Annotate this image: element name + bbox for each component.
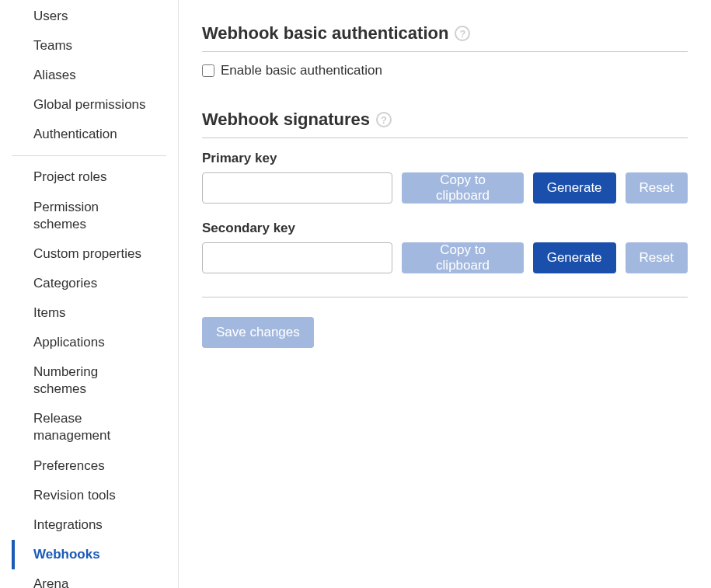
sidebar-item-revision-tools[interactable]: Revision tools — [12, 481, 166, 510]
secondary-key-label: Secondary key — [202, 221, 688, 236]
sidebar-item-applications[interactable]: Applications — [12, 328, 166, 357]
sidebar-item-webhooks[interactable]: Webhooks — [12, 540, 166, 569]
save-row: Save changes — [202, 317, 688, 348]
enable-basic-auth-label[interactable]: Enable basic authentication — [221, 63, 382, 78]
secondary-key-input[interactable] — [202, 242, 392, 273]
primary-key-block: Primary key Copy to clipboard Generate R… — [202, 151, 688, 204]
basic-auth-title: Webhook basic authentication — [202, 23, 448, 43]
sidebar-item-global-permissions[interactable]: Global permissions — [12, 90, 166, 120]
secondary-key-row: Copy to clipboard Generate Reset — [202, 242, 688, 273]
sidebar-item-categories[interactable]: Categories — [12, 269, 166, 298]
sidebar[interactable]: Users Teams Aliases Global permissions A… — [0, 0, 179, 588]
secondary-key-block: Secondary key Copy to clipboard Generate… — [202, 221, 688, 273]
sidebar-item-arena[interactable]: Arena — [12, 569, 166, 588]
sidebar-item-authentication[interactable]: Authentication — [12, 120, 166, 149]
primary-reset-button[interactable]: Reset — [626, 172, 688, 204]
help-icon[interactable]: ? — [376, 112, 392, 127]
signatures-title: Webhook signatures — [202, 110, 370, 130]
sidebar-item-users[interactable]: Users — [12, 2, 166, 31]
sidebar-item-permission-schemes[interactable]: Permission schemes — [12, 193, 166, 239]
enable-basic-auth-checkbox[interactable] — [202, 64, 214, 77]
sidebar-item-items[interactable]: Items — [12, 298, 166, 328]
enable-basic-auth-row: Enable basic authentication — [202, 52, 688, 92]
nav-group-1: Users Teams Aliases Global permissions A… — [12, 2, 166, 156]
primary-key-row: Copy to clipboard Generate Reset — [202, 172, 688, 204]
primary-copy-button[interactable]: Copy to clipboard — [402, 172, 523, 204]
sidebar-item-numbering-schemes[interactable]: Numbering schemes — [12, 357, 166, 404]
secondary-generate-button[interactable]: Generate — [533, 242, 616, 273]
primary-generate-button[interactable]: Generate — [533, 172, 616, 204]
main-content: Webhook basic authentication ? Enable ba… — [179, 0, 711, 588]
sidebar-item-aliases[interactable]: Aliases — [12, 61, 166, 90]
sidebar-item-release-management[interactable]: Release management — [12, 404, 166, 451]
sidebar-item-custom-properties[interactable]: Custom properties — [12, 239, 166, 269]
sidebar-item-preferences[interactable]: Preferences — [12, 451, 166, 481]
divider — [202, 297, 688, 297]
help-icon[interactable]: ? — [455, 26, 470, 41]
primary-key-label: Primary key — [202, 151, 688, 166]
primary-key-input[interactable] — [202, 172, 392, 204]
nav-group-2: Project roles Permission schemes Custom … — [12, 162, 166, 588]
sidebar-item-teams[interactable]: Teams — [12, 31, 166, 61]
section-signatures-heading: Webhook signatures ? — [202, 100, 688, 138]
secondary-reset-button[interactable]: Reset — [626, 242, 688, 273]
sidebar-item-integrations[interactable]: Integrations — [12, 510, 166, 540]
sidebar-item-project-roles[interactable]: Project roles — [12, 162, 166, 192]
save-changes-button[interactable]: Save changes — [202, 317, 314, 348]
section-basic-auth-heading: Webhook basic authentication ? — [202, 14, 688, 52]
secondary-copy-button[interactable]: Copy to clipboard — [402, 242, 523, 273]
